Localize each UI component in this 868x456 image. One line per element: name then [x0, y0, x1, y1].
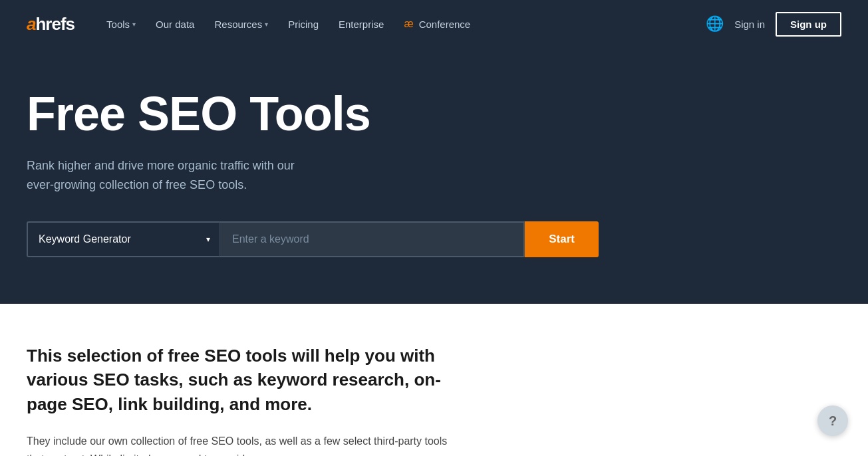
- logo[interactable]: ahrefs: [27, 14, 74, 35]
- signup-button[interactable]: Sign up: [776, 12, 841, 37]
- hero-title: Free SEO Tools: [27, 88, 841, 140]
- nav-pricing-label: Pricing: [288, 19, 319, 30]
- nav-item-ourdata[interactable]: Our data: [148, 15, 202, 34]
- tool-selector-wrapper: Keyword GeneratorKeyword ExplorerSite Ex…: [27, 221, 219, 257]
- globe-icon[interactable]: 🌐: [706, 15, 724, 33]
- chevron-down-icon: ▾: [265, 21, 268, 28]
- content-body: They include our own collection of free …: [27, 432, 452, 456]
- nav-item-enterprise[interactable]: Enterprise: [331, 15, 392, 34]
- tool-selector[interactable]: Keyword GeneratorKeyword ExplorerSite Ex…: [27, 221, 219, 257]
- help-button[interactable]: ?: [817, 405, 848, 436]
- conference-icon: æ: [404, 18, 413, 30]
- content-lead: This selection of free SEO tools will he…: [27, 344, 452, 416]
- nav-item-tools[interactable]: Tools ▾: [98, 15, 144, 34]
- nav-ourdata-label: Our data: [156, 19, 194, 30]
- nav-item-resources[interactable]: Resources ▾: [206, 15, 276, 34]
- hero-search-bar: Keyword GeneratorKeyword ExplorerSite Ex…: [27, 221, 599, 257]
- navbar: ahrefs Tools ▾ Our data Resources ▾ Pric…: [0, 0, 868, 48]
- signin-link[interactable]: Sign in: [734, 19, 765, 30]
- logo-a: a: [27, 14, 35, 35]
- nav-item-conference[interactable]: æ Conference: [396, 14, 478, 34]
- content-section: This selection of free SEO tools will he…: [0, 304, 479, 456]
- nav-conference-label: Conference: [419, 19, 471, 30]
- nav-right: 🌐 Sign in Sign up: [706, 12, 841, 37]
- nav-tools-label: Tools: [106, 19, 130, 30]
- nav-item-pricing[interactable]: Pricing: [280, 15, 327, 34]
- hero-section: Free SEO Tools Rank higher and drive mor…: [0, 48, 868, 304]
- nav-links: Tools ▾ Our data Resources ▾ Pricing Ent…: [98, 14, 706, 34]
- nav-resources-label: Resources: [214, 19, 262, 30]
- hero-subtitle: Rank higher and drive more organic traff…: [27, 156, 359, 195]
- logo-hrefs: hrefs: [35, 14, 74, 35]
- nav-enterprise-label: Enterprise: [339, 19, 384, 30]
- keyword-input[interactable]: [219, 221, 525, 257]
- start-button[interactable]: Start: [525, 221, 599, 257]
- chevron-down-icon: ▾: [132, 21, 136, 28]
